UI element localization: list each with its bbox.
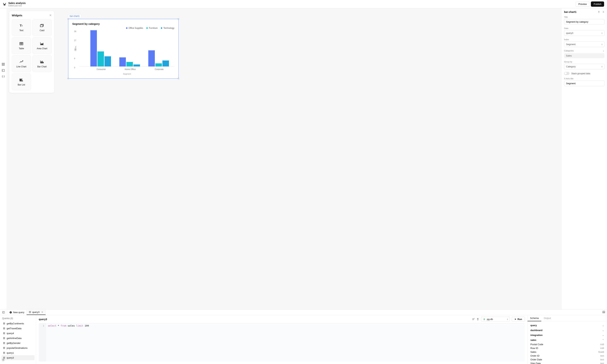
publish-button[interactable]: Publish <box>591 1 604 7</box>
dock-icon[interactable] <box>600 310 607 315</box>
svg-rect-15 <box>42 61 43 63</box>
widget-line-chart[interactable]: Line Chart <box>12 55 31 72</box>
close-tab-icon[interactable]: ✕ <box>41 311 43 313</box>
widget-area-chart[interactable]: Area Chart <box>32 37 52 54</box>
query-title: query3 <box>39 318 470 321</box>
schema-column: Order IDtext <box>530 354 605 358</box>
svg-point-29 <box>3 337 5 338</box>
data-select[interactable]: query3▴▾ <box>564 30 605 36</box>
bar <box>162 61 169 66</box>
svg-point-23 <box>29 311 31 312</box>
query-item[interactable]: popularDestinations <box>1 346 35 351</box>
widget-table[interactable]: Table <box>12 37 31 54</box>
widget-card[interactable]: Card <box>32 19 52 36</box>
bar <box>119 57 126 66</box>
output-tab[interactable]: Output <box>541 315 553 321</box>
group-select[interactable]: Category▴▾ <box>564 64 605 69</box>
resize-handle[interactable] <box>178 18 179 20</box>
db-select[interactable]: pg-db ▴▾ <box>481 317 510 322</box>
svg-point-32 <box>3 352 5 352</box>
svg-rect-1 <box>4 63 4 64</box>
chart-legend: Office Supplies Furniture Technology <box>72 27 174 29</box>
sql-editor[interactable]: 1 select * from sales limit 100 <box>39 323 525 362</box>
terminal-rail-icon[interactable] <box>2 69 5 72</box>
new-query-button[interactable]: New query <box>7 310 27 315</box>
category-tag[interactable]: Sales <box>564 53 605 58</box>
svg-rect-14 <box>41 62 42 63</box>
svg-point-30 <box>3 342 5 343</box>
bar <box>90 30 97 66</box>
resize-handle[interactable] <box>67 18 69 20</box>
braces-rail-icon[interactable] <box>2 75 5 78</box>
bar <box>104 56 111 66</box>
format-icon[interactable] <box>472 318 475 321</box>
query-item[interactable]: getAirlineData <box>1 336 35 341</box>
query-item[interactable]: getTravelData <box>1 326 35 331</box>
svg-point-5 <box>3 77 3 77</box>
schema-table-row[interactable]: integration⌄ <box>530 333 605 338</box>
svg-rect-0 <box>2 63 3 64</box>
schema-column: Row IDint8 <box>530 346 605 350</box>
svg-rect-20 <box>2 312 4 313</box>
schema-column: Salesfloat8 <box>530 350 605 354</box>
title-input[interactable] <box>564 19 605 25</box>
widgets-panel: Widgets ✕ TT Text Card Table <box>9 11 54 93</box>
svg-rect-17 <box>20 79 22 79</box>
svg-point-28 <box>3 333 5 333</box>
query-item[interactable]: getByContinents <box>1 321 35 326</box>
xaxis-input[interactable] <box>564 81 605 86</box>
props-title: bar-chart1 <box>564 11 576 13</box>
schema-tab[interactable]: Schema <box>528 315 541 321</box>
preview-button[interactable]: Preview <box>576 1 589 7</box>
add-category-icon[interactable]: ＋ <box>603 50 605 52</box>
svg-text:T: T <box>22 25 23 27</box>
chart-tag: bar-chart1 <box>68 14 81 18</box>
close-icon[interactable]: ✕ <box>49 13 52 17</box>
schema-table-row[interactable]: query⌄ <box>530 323 605 328</box>
chart-title: Segment by category <box>72 22 174 25</box>
resize-handle[interactable] <box>67 78 69 79</box>
chart-widget[interactable]: bar-chart1 Segment by category Office Su… <box>68 19 179 78</box>
widgets-title: Widgets <box>12 14 22 17</box>
left-rail <box>0 8 7 309</box>
resize-handle[interactable] <box>178 78 179 79</box>
bar <box>97 52 104 66</box>
query-item[interactable]: query1 <box>1 351 35 355</box>
svg-point-37 <box>3 360 4 360</box>
app-logo-icon <box>3 2 6 6</box>
bar <box>155 63 162 66</box>
queries-sidebar: Queries (8) getByContinentsgetTravelData… <box>0 315 36 364</box>
query-tab[interactable]: query3 ✕ <box>27 310 46 315</box>
canvas[interactable]: Widgets ✕ TT Text Card Table <box>7 8 561 309</box>
schema-table-row[interactable]: sales⌃ <box>530 338 605 342</box>
svg-rect-19 <box>20 81 23 81</box>
page-title: Sales analysis <box>8 2 26 4</box>
bar <box>133 65 140 66</box>
collapse-icon[interactable] <box>602 11 605 13</box>
widget-text[interactable]: TT Text <box>12 19 31 36</box>
widgets-rail-icon[interactable] <box>2 63 5 66</box>
widget-bar-list[interactable]: Bar List <box>12 74 31 90</box>
query-item[interactable]: query3 <box>1 355 35 360</box>
run-button[interactable]: Run <box>512 317 525 322</box>
schema-column: Postal Codeint8 <box>530 342 605 346</box>
svg-point-3 <box>4 65 4 65</box>
top-bar: Sales analysis Edited just now Preview P… <box>0 0 607 8</box>
svg-point-31 <box>3 347 5 348</box>
bar <box>126 62 133 66</box>
svg-rect-2 <box>2 65 3 65</box>
widget-bar-chart[interactable]: Bar Chart <box>32 55 52 72</box>
svg-rect-18 <box>20 80 21 80</box>
query-item[interactable]: getByGender <box>1 341 35 346</box>
bottom-panel: New query query3 ✕ Queries (8) getByCont… <box>0 309 607 364</box>
schema-column: Order Datetext <box>530 358 605 362</box>
delete-icon[interactable] <box>598 11 600 13</box>
index-select[interactable]: Segment▴▾ <box>564 41 605 47</box>
svg-rect-4 <box>2 69 4 72</box>
schema-table-row[interactable]: dashboard⌄ <box>530 328 605 333</box>
stack-toggle[interactable] <box>564 72 569 75</box>
collapse-sidebar-icon[interactable] <box>0 310 7 315</box>
query-item[interactable]: query4 <box>1 331 35 336</box>
delete-query-icon[interactable] <box>477 318 479 321</box>
settings-icon[interactable] <box>2 358 5 362</box>
